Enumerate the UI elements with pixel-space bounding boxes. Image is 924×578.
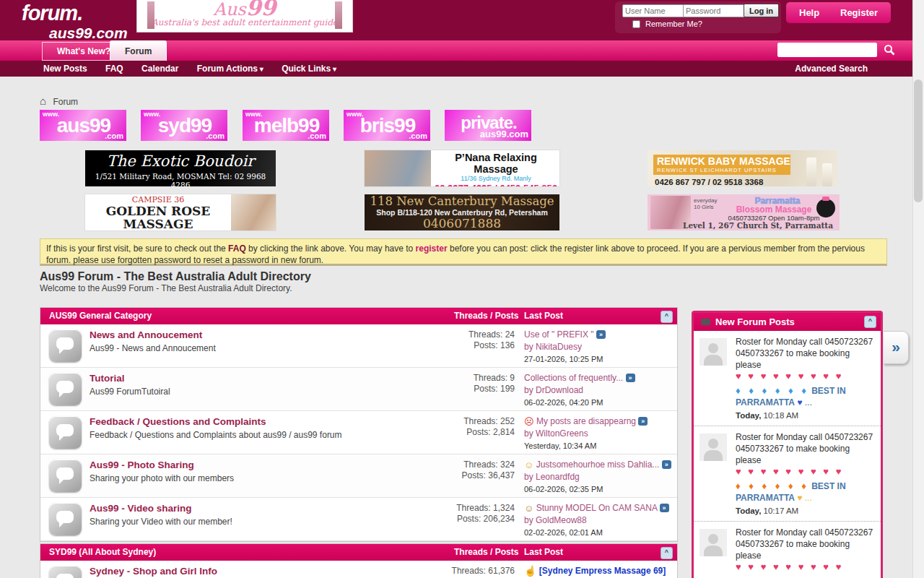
sidebar-expand-button[interactable]: » bbox=[884, 331, 909, 364]
ad-renwick-massage[interactable]: RENWICK BABY MASSAGE RENWICK ST LEICHHAR… bbox=[648, 150, 838, 186]
hearts-icons: ♥ ♥ ♥ ♥ ♥ ♥ ♥ ♥ ♥ bbox=[736, 466, 875, 478]
forum-link[interactable]: Aus99 - Video sharing bbox=[90, 503, 192, 514]
post-text: Roster for Monday call 0450723267 045073… bbox=[736, 337, 873, 370]
sidebar-header: New Forum Posts ^ bbox=[694, 313, 881, 331]
banner-aus99[interactable]: www. aus99 .com bbox=[40, 110, 126, 141]
category-syd99: SYD99 (All About Sydney) Threads / Posts… bbox=[40, 543, 678, 578]
help-button[interactable]: Help bbox=[786, 2, 832, 23]
notice-text: If this is your first visit, be sure to … bbox=[46, 243, 228, 254]
collapse-button[interactable]: ^ bbox=[864, 316, 876, 328]
nav-faq[interactable]: FAQ bbox=[105, 64, 123, 74]
forum-link[interactable]: Aus99 - Photo Sharing bbox=[90, 460, 194, 470]
nav-calendar[interactable]: Calendar bbox=[141, 64, 178, 74]
last-post-title[interactable]: [Sydney Empress Massage 69] bbox=[539, 566, 666, 576]
last-post-title[interactable]: Stunny MODEL On CAM SANA bbox=[536, 503, 658, 513]
forum-link[interactable]: Feedback / Questions and Complaints bbox=[90, 416, 266, 427]
banner-syd99[interactable]: www. syd99 .com bbox=[141, 110, 227, 141]
goto-last-post-icon[interactable]: » bbox=[596, 330, 606, 339]
page-title: Aus99 Forum - The Best Australia Adult D… bbox=[40, 270, 311, 283]
username-input[interactable] bbox=[622, 4, 684, 17]
banner-bris99[interactable]: www. bris99 .com bbox=[344, 110, 430, 141]
goto-last-post-icon[interactable]: » bbox=[660, 504, 669, 512]
tab-forum[interactable]: Forum bbox=[110, 40, 167, 61]
last-post-author[interactable]: by Leonardfdg bbox=[524, 472, 580, 482]
last-post-title[interactable]: Use of " PREFIX " bbox=[524, 329, 594, 340]
ad-exotic-boudoir[interactable]: The Exotic Boudoir 1/521 Military Road, … bbox=[85, 150, 276, 186]
sidebar-post[interactable]: Roster for Monday call 0450723267 045073… bbox=[694, 426, 881, 522]
last-post-author[interactable]: by DrDownload bbox=[524, 385, 583, 395]
sidebar-post[interactable]: Roster for Monday call 0450723267 045073… bbox=[694, 331, 881, 426]
register-button[interactable]: Register bbox=[827, 2, 891, 23]
header-banner-ad[interactable]: Aus99 Australia's best adult entertainme… bbox=[137, 0, 352, 32]
breadcrumb-forum[interactable]: Forum bbox=[53, 97, 78, 107]
forum-link[interactable]: Sydney - Shop and Girl Info bbox=[90, 566, 217, 577]
goto-last-post-icon[interactable]: » bbox=[662, 460, 671, 469]
nav-new-posts[interactable]: New Posts bbox=[43, 64, 87, 74]
smile-face-icon: ☺ bbox=[524, 460, 533, 470]
login-button[interactable]: Log in bbox=[744, 4, 779, 17]
forum-stats: Threads: 324 Posts: 36,437 bbox=[401, 460, 515, 481]
forum-link[interactable]: News and Annoucement bbox=[90, 329, 202, 340]
ad-golden-rose-massage[interactable]: CAMPSIE 36 GOLDEN ROSE MASSAGE 36 NORTH … bbox=[85, 194, 276, 230]
last-post-author[interactable]: by WiltonGreens bbox=[524, 428, 588, 439]
last-post-title[interactable]: Justsomehourhoe miss Dahlia... bbox=[536, 460, 660, 470]
last-post-title[interactable]: My posts are disappearng bbox=[536, 416, 636, 426]
last-post-title[interactable]: Collections of frequently... bbox=[524, 373, 623, 383]
banner-com: aus99.com bbox=[480, 129, 528, 139]
banner-private-aus99[interactable]: private. aus99.com bbox=[445, 110, 531, 141]
banner-melb99[interactable]: www. melb99 .com bbox=[243, 110, 329, 141]
speech-bubble-icon bbox=[56, 381, 74, 393]
ad-pnana-massage[interactable]: P’Nana Relaxing Massage 11/36 Sydney Rd.… bbox=[365, 150, 559, 186]
ad-blossom-massage[interactable]: everyday10 Girls Parramatta Blossom Mass… bbox=[648, 194, 840, 230]
forum-row-tutorial: Tutorial Aus99 ForumTutoiral Threads: 9 … bbox=[40, 368, 677, 411]
goto-last-post-icon[interactable]: » bbox=[638, 417, 648, 426]
collapse-button[interactable]: ^ bbox=[661, 547, 673, 559]
ad-canterbury-massage[interactable]: 118 New Canterbury Massage Shop B/118-12… bbox=[365, 194, 559, 230]
col-threads-posts: Threads / Posts bbox=[454, 544, 518, 561]
first-visit-notice: If this is your first visit, be sure to … bbox=[40, 238, 887, 266]
last-post-author[interactable]: by NikitaDuesy bbox=[524, 342, 582, 352]
sidebar-post[interactable]: Roster for Monday call 0450723267 045073… bbox=[694, 522, 881, 578]
double-chevron-icon: » bbox=[892, 338, 900, 355]
forum-link[interactable]: Tutorial bbox=[90, 373, 125, 384]
ad-address: Level 1, 267 Church St, Parramatta bbox=[676, 221, 840, 230]
goto-last-post-icon[interactable]: » bbox=[626, 374, 635, 382]
forum-row-photo-sharing: Aus99 - Photo Sharing Sharing your photo… bbox=[40, 454, 677, 498]
remember-me[interactable]: Remember Me? bbox=[632, 20, 702, 28]
avatar bbox=[699, 434, 727, 461]
main-nav: What's New? Forum bbox=[0, 40, 924, 61]
forum-icon bbox=[49, 373, 82, 405]
forum-desc: Feedback / Questions and Complaints abou… bbox=[90, 430, 342, 440]
speech-bubble-icon bbox=[701, 319, 710, 325]
hearts-icons: ♥ ♥ ♥ ♥ ♥ ♥ ♥ ♥ ♥ bbox=[736, 371, 875, 382]
forum-desc: Sharing your photo with our members bbox=[90, 473, 234, 483]
collapse-button[interactable]: ^ bbox=[661, 311, 673, 323]
search-input[interactable] bbox=[777, 43, 877, 57]
speech-bubble-icon bbox=[56, 574, 74, 578]
speech-bubble-icon bbox=[56, 424, 74, 436]
notice-register-link[interactable]: register bbox=[416, 243, 448, 254]
posts-count: Posts: 199 bbox=[401, 384, 515, 394]
blossom-logo bbox=[816, 199, 835, 217]
banner-com: .com bbox=[409, 131, 427, 140]
remember-me-checkbox[interactable] bbox=[632, 20, 640, 28]
advanced-search-link[interactable]: Advanced Search bbox=[795, 61, 868, 77]
category-name: SYD99 (All About Sydney) bbox=[49, 547, 156, 557]
threads-count: Threads: 61,376 bbox=[401, 566, 515, 577]
forum-row-news: News and Annoucement Aus99 - News and An… bbox=[40, 324, 677, 368]
search-button[interactable] bbox=[879, 43, 895, 59]
last-post: ☝ [Sydney Empress Massage 69] Nana (Vict… bbox=[524, 565, 673, 578]
notice-faq-link[interactable]: FAQ bbox=[228, 243, 246, 254]
last-post-date: Yesterday, 10:34 AM bbox=[524, 440, 673, 452]
nav-forum-actions[interactable]: Forum Actions bbox=[197, 64, 263, 74]
nav-quick-links[interactable]: Quick Links bbox=[282, 64, 336, 74]
threads-count: Threads: 252 bbox=[401, 416, 515, 427]
col-last-post: Last Post bbox=[524, 308, 563, 324]
password-input[interactable] bbox=[683, 4, 745, 17]
site-logo[interactable]: forum. aus99.com bbox=[22, 3, 128, 40]
scrollbar-thumb[interactable] bbox=[914, 79, 923, 202]
category-header: SYD99 (All About Sydney) Threads / Posts… bbox=[40, 544, 677, 561]
home-icon[interactable]: ⌂ bbox=[40, 95, 46, 107]
page-subtitle: Welcome to the Aus99 Forum - The Best Au… bbox=[40, 283, 292, 293]
last-post-author[interactable]: by GoldMeow88 bbox=[524, 515, 587, 525]
